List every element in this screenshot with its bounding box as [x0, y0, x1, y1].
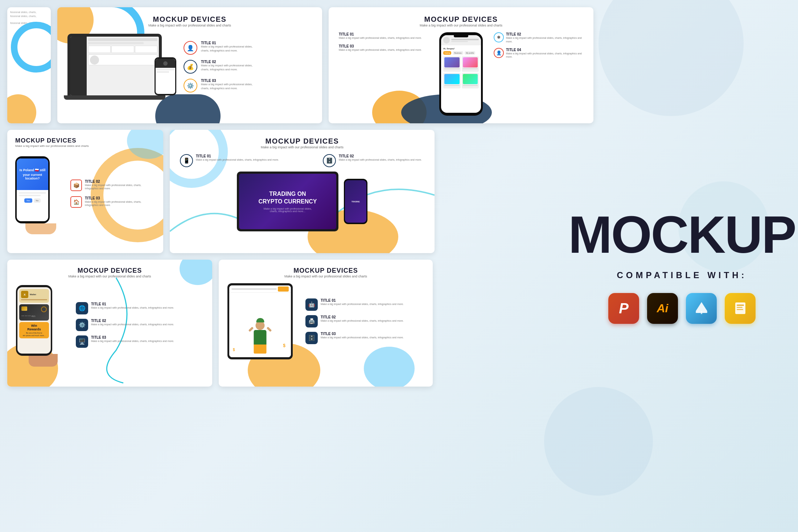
svg-rect-6 [737, 309, 743, 310]
slide5-title: MOCKUP DEVICES [16, 267, 203, 275]
slide6-title: MOCKUP DEVICES [227, 267, 424, 275]
slide-card-0-partial: fessional slides, charts, fessional slid… [7, 7, 51, 123]
slide-card-5: MOCKUP DEVICES Make a big impact with ou… [7, 260, 212, 387]
illustrator-icon: Ai [647, 293, 678, 324]
slide2-title: MOCKUP DEVICES [339, 15, 583, 24]
slide-card-6: MOCKUP DEVICES Make a big impact with ou… [219, 260, 433, 387]
svg-rect-4 [737, 305, 744, 306]
powerpoint-icon: P [608, 293, 639, 324]
slide2-subtitle: Make a big impact with our professional … [339, 24, 583, 27]
slide3-title: MOCKUP DEVICES [15, 137, 155, 144]
branding-panel: MOCKUP COMPATIBLE WITH: P Ai [588, 209, 776, 324]
compatible-label: COMPATIBLE WITH: [617, 270, 747, 280]
main-grid: fessional slides, charts, fessional slid… [7, 7, 580, 387]
keynote-icon [686, 293, 717, 324]
app-icons-row: P Ai [608, 293, 756, 324]
slide1-subtitle: Make a big impact with our professional … [67, 24, 312, 27]
slide1-title: MOCKUP DEVICES [67, 15, 312, 24]
slide-card-2: MOCKUP DEVICES Make a big impact with ou… [329, 7, 593, 123]
svg-rect-3 [735, 302, 745, 314]
google-slides-icon [725, 293, 756, 324]
slide-card-1: MOCKUP DEVICES Make a big impact with ou… [57, 7, 322, 123]
slide-card-3: MOCKUP DEVICES Make a big impact with ou… [7, 130, 163, 253]
svg-rect-5 [737, 307, 743, 308]
slide4-title: MOCKUP DEVICES [180, 137, 424, 145]
svg-rect-2 [701, 311, 702, 314]
slide-card-4: MOCKUP DEVICES Make a big impact with ou… [170, 130, 435, 253]
mockup-title: MOCKUP [568, 209, 795, 261]
svg-marker-1 [696, 302, 707, 311]
